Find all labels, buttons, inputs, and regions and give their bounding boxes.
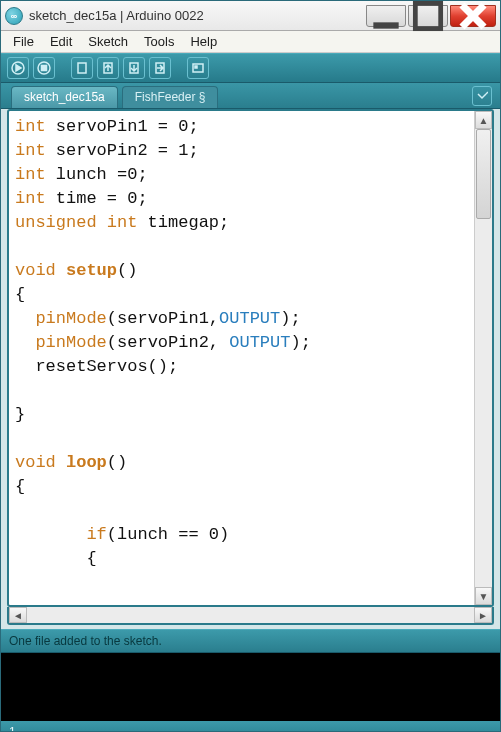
scroll-down-icon[interactable]: ▼ [475, 587, 492, 605]
save-icon [127, 61, 141, 75]
scroll-track[interactable] [27, 607, 474, 623]
code-editor[interactable]: int servoPin1 = 0;int servoPin2 = 1;int … [7, 109, 494, 607]
vertical-scrollbar[interactable]: ▲ ▼ [474, 111, 492, 605]
menu-edit[interactable]: Edit [42, 32, 80, 51]
svg-rect-12 [195, 66, 197, 68]
upload-button[interactable] [149, 57, 171, 79]
scroll-up-icon[interactable]: ▲ [475, 111, 492, 129]
svg-rect-7 [78, 63, 86, 73]
maximize-button[interactable] [408, 5, 448, 27]
close-button[interactable] [450, 5, 496, 27]
window-controls [366, 5, 496, 27]
save-button[interactable] [123, 57, 145, 79]
app-icon: ∞ [5, 7, 23, 25]
minimize-button[interactable] [366, 5, 406, 27]
stop-button[interactable] [33, 57, 55, 79]
play-icon [11, 61, 25, 75]
tab-fishfeeder-[interactable]: FishFeeder § [122, 86, 219, 108]
code-area[interactable]: int servoPin1 = 0;int servoPin2 = 1;int … [9, 111, 474, 605]
serial-icon [191, 61, 205, 75]
menu-file[interactable]: File [5, 32, 42, 51]
menu-help[interactable]: Help [182, 32, 225, 51]
open-button[interactable] [97, 57, 119, 79]
upload-icon [153, 61, 167, 75]
window-title: sketch_dec15a | Arduino 0022 [29, 8, 366, 23]
line-indicator: 1 [9, 725, 16, 732]
svg-rect-1 [415, 3, 440, 28]
tab-sketch_dec15a[interactable]: sketch_dec15a [11, 86, 118, 108]
svg-rect-6 [42, 66, 47, 71]
scroll-left-icon[interactable]: ◄ [9, 607, 27, 623]
tab-bar: sketch_dec15aFishFeeder § [1, 83, 500, 109]
toolbar [1, 53, 500, 83]
footer-bar: 1 [1, 721, 500, 732]
stop-icon [37, 61, 51, 75]
console-output[interactable] [1, 653, 500, 721]
status-message: One file added to the sketch. [9, 634, 162, 648]
scroll-thumb[interactable] [476, 129, 491, 219]
menu-sketch[interactable]: Sketch [80, 32, 136, 51]
tab-menu-button[interactable] [472, 86, 492, 106]
verify-button[interactable] [7, 57, 29, 79]
status-bar: One file added to the sketch. [1, 629, 500, 653]
titlebar: ∞ sketch_dec15a | Arduino 0022 [1, 1, 500, 31]
serial-monitor-button[interactable] [187, 57, 209, 79]
new-button[interactable] [71, 57, 93, 79]
open-icon [101, 61, 115, 75]
new-icon [75, 61, 89, 75]
scroll-right-icon[interactable]: ► [474, 607, 492, 623]
horizontal-scrollbar[interactable]: ◄ ► [7, 607, 494, 625]
menu-tools[interactable]: Tools [136, 32, 182, 51]
